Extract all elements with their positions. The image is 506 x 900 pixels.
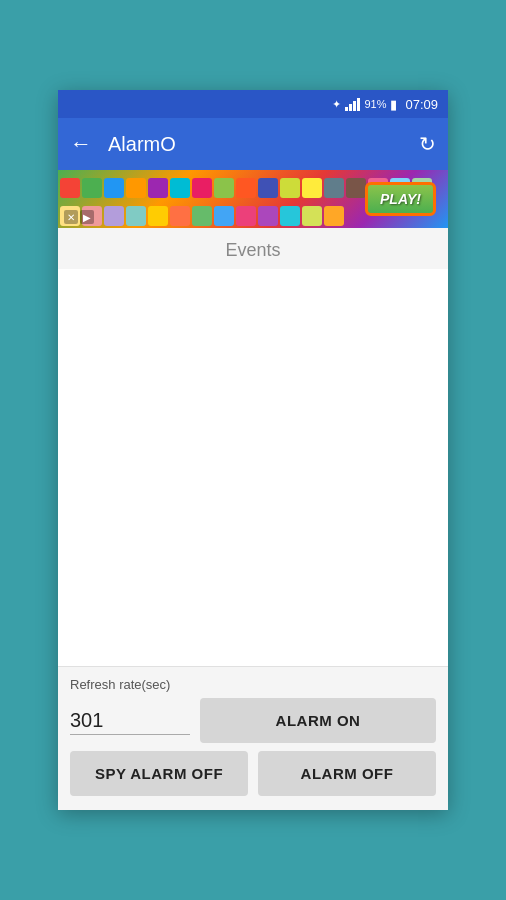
data-signal-icon: ✦ [332, 98, 341, 111]
ad-play-button[interactable]: PLAY! [365, 182, 436, 216]
signal-bars-icon [345, 97, 360, 111]
events-section: Events [58, 228, 448, 666]
refresh-rate-label: Refresh rate(sec) [70, 677, 436, 692]
status-time: 07:09 [405, 97, 438, 112]
back-button[interactable]: ← [70, 133, 92, 155]
ad-banner[interactable]: PLAY! ✕ ▶ [58, 170, 448, 228]
ad-info-icon[interactable]: ▶ [80, 210, 94, 224]
spy-alarm-off-button[interactable]: SPY ALARM OFF [70, 751, 248, 796]
bottom-row-2: SPY ALARM OFF ALARM OFF [70, 751, 436, 796]
bottom-row-1: ALARM ON [70, 698, 436, 743]
bottom-panel: Refresh rate(sec) ALARM ON SPY ALARM OFF… [58, 666, 448, 810]
app-title: AlarmO [108, 133, 403, 156]
alarm-on-button[interactable]: ALARM ON [200, 698, 436, 743]
status-icons: ✦ 91% ▮ 07:09 [332, 97, 438, 112]
status-bar: ✦ 91% ▮ 07:09 [58, 90, 448, 118]
events-title: Events [58, 228, 448, 269]
alarm-off-button[interactable]: ALARM OFF [258, 751, 436, 796]
ad-close-area[interactable]: ✕ ▶ [64, 210, 94, 224]
events-content [58, 269, 448, 666]
refresh-button[interactable]: ↻ [419, 132, 436, 156]
ad-x-icon[interactable]: ✕ [64, 210, 78, 224]
app-bar: ← AlarmO ↻ [58, 118, 448, 170]
battery-percentage: 91% [364, 98, 386, 110]
battery-icon: ▮ [390, 97, 397, 112]
phone-container: ✦ 91% ▮ 07:09 ← AlarmO ↻ [58, 90, 448, 810]
refresh-rate-input[interactable] [70, 707, 190, 735]
